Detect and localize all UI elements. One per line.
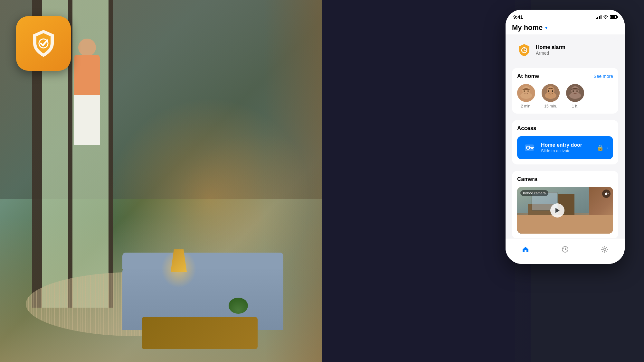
- camera-thumb-floor: [517, 215, 613, 234]
- avatar-circle-2: [542, 84, 560, 102]
- battery-fill: [611, 16, 615, 18]
- avatars-row: 2 min. 15: [517, 84, 613, 108]
- nav-item-settings[interactable]: [595, 246, 614, 253]
- svg-point-4: [520, 92, 532, 99]
- coffee-table: [142, 317, 258, 349]
- battery-icon: [610, 15, 617, 19]
- at-home-title: At home: [517, 73, 539, 79]
- avatar-face-3: [566, 84, 584, 102]
- access-icon-wrap: [522, 141, 536, 155]
- svg-point-9: [545, 92, 556, 99]
- alarm-text: Home alarm Armed: [536, 44, 565, 56]
- sofa-back: [122, 253, 283, 269]
- avatar-time-1: 2 min.: [521, 104, 532, 108]
- svg-point-6: [527, 90, 529, 92]
- bottom-nav: [506, 238, 625, 264]
- home-title-text: My home: [512, 23, 543, 32]
- app-icon: [16, 16, 71, 71]
- avatar-time-2: 15 min.: [544, 104, 557, 108]
- person-standing: [74, 39, 100, 145]
- chevron-right-icon: ›: [606, 145, 608, 150]
- home-nav-icon: [522, 246, 529, 253]
- alarm-status: Armed: [536, 51, 565, 56]
- door-title: Home entry door: [541, 142, 582, 148]
- nav-item-home[interactable]: [516, 246, 535, 253]
- key-icon: [524, 143, 535, 153]
- svg-point-5: [524, 90, 525, 92]
- alarm-title: Home alarm: [536, 44, 565, 50]
- plant-leaves: [229, 298, 248, 314]
- history-nav-icon: [561, 246, 569, 253]
- avatar-item-3[interactable]: 1 h.: [566, 84, 584, 108]
- lock-icon: 🔒: [597, 144, 604, 151]
- phone-header: My home ▾: [506, 20, 625, 34]
- camera-mute-button[interactable]: [602, 190, 611, 198]
- at-home-header: At home See more: [517, 73, 613, 79]
- mute-icon: [604, 192, 609, 196]
- nav-item-history[interactable]: [555, 246, 575, 253]
- avatar-face-1: [517, 84, 535, 102]
- shield-logo-icon: [27, 27, 60, 60]
- play-icon: [555, 208, 560, 213]
- avatar-circle-3: [566, 84, 584, 102]
- home-title-container[interactable]: My home ▾: [512, 23, 618, 32]
- camera-play-button[interactable]: [550, 203, 564, 218]
- access-door-card[interactable]: Home entry door Slide to activate 🔒 ›: [517, 136, 613, 159]
- camera-section: Camera Indoor camera: [512, 171, 618, 239]
- dropdown-chevron-icon: ▾: [545, 25, 547, 30]
- access-title: Access: [517, 125, 536, 132]
- access-door-text: Home entry door Slide to activate: [541, 142, 582, 153]
- door-subtitle: Slide to activate: [541, 148, 582, 153]
- svg-point-11: [552, 90, 553, 92]
- status-time: 9:41: [513, 14, 523, 20]
- status-icons: [596, 15, 617, 19]
- wifi-icon: [603, 15, 608, 19]
- avatar-circle-1: [517, 84, 535, 102]
- at-home-section: At home See more: [512, 68, 618, 114]
- camera-title: Camera: [517, 176, 537, 182]
- avatar-face-2: [542, 84, 560, 102]
- svg-point-16: [576, 90, 578, 92]
- status-bar: 9:41: [506, 10, 625, 20]
- avatar-item-2[interactable]: 15 min.: [542, 84, 560, 108]
- svg-point-15: [573, 90, 574, 92]
- settings-nav-icon: [601, 246, 609, 253]
- phone-mockup: 9:41 My home: [506, 10, 625, 264]
- phone-content: My home ▾ Home alarm Armed At home: [506, 20, 625, 255]
- see-more-button[interactable]: See more: [593, 74, 613, 79]
- access-section: Access Home entry door Slide to activate: [512, 120, 618, 164]
- alarm-card[interactable]: Home alarm Armed: [512, 38, 618, 61]
- camera-header: Camera: [517, 176, 613, 182]
- avatar-time-3: 1 h.: [572, 104, 578, 108]
- avatar-item-1[interactable]: 2 min.: [517, 84, 535, 108]
- lamp: [171, 249, 187, 272]
- access-header: Access: [517, 125, 613, 132]
- camera-preview[interactable]: Indoor camera: [517, 187, 613, 234]
- camera-label: Indoor camera: [520, 190, 548, 196]
- svg-point-20: [604, 248, 606, 250]
- svg-point-14: [569, 92, 581, 99]
- svg-point-10: [548, 90, 549, 92]
- alarm-icon-wrap: [517, 43, 531, 57]
- signal-icon: [596, 15, 601, 19]
- person-head-1: [78, 39, 96, 56]
- person-body-1: [74, 55, 100, 145]
- alarm-shield-icon: [518, 43, 530, 56]
- plant: [229, 298, 248, 314]
